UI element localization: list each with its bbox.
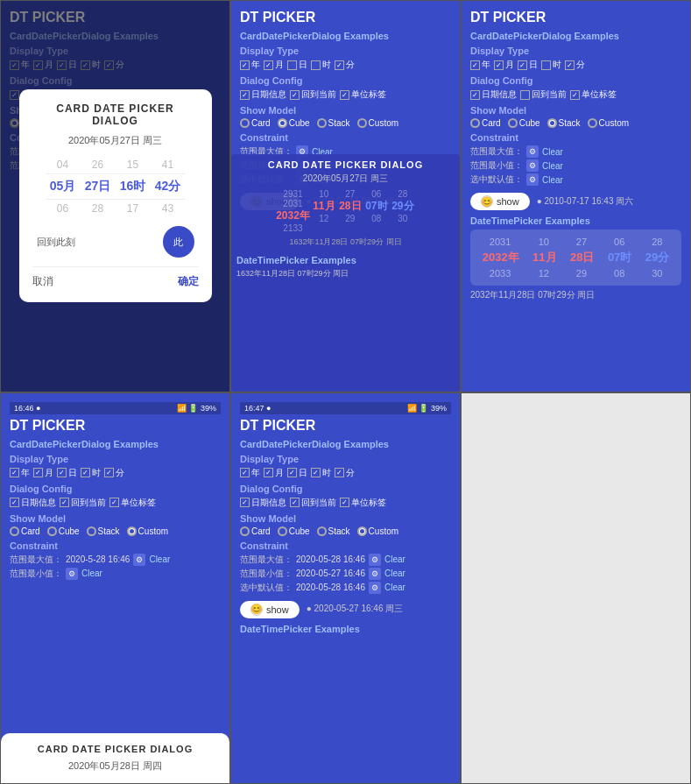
c3-default-gear[interactable]: ⚙ xyxy=(526,173,539,186)
cb3-unitlabel[interactable]: 单位标签 xyxy=(570,88,617,101)
c4-min-gear[interactable]: ⚙ xyxy=(66,568,78,580)
cb4-day[interactable]: 日 xyxy=(57,467,77,479)
c4-max-clear[interactable]: Clear xyxy=(149,554,170,564)
c5-max-clear[interactable]: Clear xyxy=(384,554,405,564)
radio3-cube[interactable]: Cube xyxy=(508,118,540,128)
day-col: 26 27日 28 xyxy=(81,156,116,217)
radio4-cube[interactable]: Cube xyxy=(47,526,80,536)
back-button[interactable]: 此 xyxy=(163,226,194,258)
dt-row-mid: 2032年 11月 28日 07时 29分 xyxy=(476,250,676,265)
c5-default-label: 选中默认值： xyxy=(240,582,293,594)
cb4-month[interactable]: 月 xyxy=(33,467,53,479)
radio5-custom[interactable]: Custom xyxy=(357,526,398,536)
radio5-stack[interactable]: Stack xyxy=(317,526,350,536)
c5-min-gear[interactable]: ⚙ xyxy=(369,568,381,580)
mi-above-c: 28 xyxy=(391,189,415,199)
cb3-month[interactable]: 月 xyxy=(494,59,514,71)
dt-2033: 2033 xyxy=(485,268,516,279)
c3-max-clear[interactable]: Clear xyxy=(542,147,563,157)
cb2-dateinfo[interactable]: 日期信息 xyxy=(240,88,286,101)
cb3-year[interactable]: 年 xyxy=(470,59,490,71)
radio-row-3: Card Cube Stack Custom xyxy=(470,118,681,128)
cb2-day[interactable]: 日 xyxy=(287,59,307,71)
radio-row-2: Card Cube Stack Custom xyxy=(240,118,451,128)
dialog-config-label-3: Dialog Config xyxy=(470,75,681,86)
radio4-stack[interactable]: Stack xyxy=(87,526,120,536)
radio3-stack[interactable]: Stack xyxy=(547,118,581,128)
month-card-col: 10 11月 12 xyxy=(312,189,336,233)
show-button-5[interactable]: 😊show xyxy=(240,601,300,618)
radio3-custom[interactable]: Custom xyxy=(588,118,629,128)
panel-5-title: DT PICKER xyxy=(240,418,451,434)
cb5-month[interactable]: 月 xyxy=(264,467,284,479)
radio-row-4: Card Cube Stack Custom xyxy=(10,526,221,536)
radio4-card[interactable]: Card xyxy=(10,526,40,536)
cb4-goback[interactable]: 回到当前 xyxy=(60,497,106,509)
c5-min-clear[interactable]: Clear xyxy=(384,569,405,578)
panel-1: DT PICKER CardDatePickerDialog Examples … xyxy=(0,0,230,392)
cb3-hour[interactable]: 时 xyxy=(541,59,561,71)
display-row-2: 年 月 日 时 分 xyxy=(240,59,451,71)
dialog-row-4: 日期信息 回到当前 单位标签 xyxy=(10,497,221,509)
dt-11: 11月 xyxy=(532,250,556,265)
show-button-3[interactable]: 😊show xyxy=(470,193,530,210)
bottom-modal-date-4: 2020年05月28日 周四 xyxy=(11,759,219,773)
cancel-button[interactable]: 取消 xyxy=(32,274,53,289)
cb5-dateinfo[interactable]: 日期信息 xyxy=(240,497,286,509)
c5-max-value: 2020-05-28 16:46 xyxy=(296,554,365,564)
year-c-below: 2133 xyxy=(276,223,310,233)
cb2-unitlabel[interactable]: 单位标签 xyxy=(340,88,386,101)
radio2-custom[interactable]: Custom xyxy=(357,118,398,128)
radio2-cube[interactable]: Cube xyxy=(278,118,310,128)
radio4-custom[interactable]: Custom xyxy=(127,526,168,536)
c3-min-clear[interactable]: Clear xyxy=(542,161,563,171)
cb4-year[interactable]: 年 xyxy=(10,467,30,479)
cb5-goback[interactable]: 回到当前 xyxy=(290,497,336,509)
radio2-stack[interactable]: Stack xyxy=(317,118,350,128)
dialog-config-label-5: Dialog Config xyxy=(240,484,451,494)
card-picker-overlay: CARD DATE PICKER DIALOG 2020年05月27日 周三 2… xyxy=(231,154,460,392)
cb3-goback[interactable]: 回到当前 xyxy=(520,88,567,101)
c3-max-gear[interactable]: ⚙ xyxy=(526,145,539,158)
constraint-label-5: Constraint xyxy=(240,540,451,551)
card-picker-title: CARD DATE PICKER DIALOG xyxy=(236,159,455,170)
c4-min-clear[interactable]: Clear xyxy=(81,569,102,578)
c5-default-gear[interactable]: ⚙ xyxy=(369,582,381,594)
cb5-hour[interactable]: 时 xyxy=(311,467,331,479)
c4-max-gear[interactable]: ⚙ xyxy=(133,554,145,566)
radio3-card[interactable]: Card xyxy=(470,118,501,128)
cb4-dateinfo[interactable]: 日期信息 xyxy=(10,497,56,509)
radio2-card[interactable]: Card xyxy=(240,118,271,128)
cb5-min[interactable]: 分 xyxy=(335,467,355,479)
constraint-label-2: Constraint xyxy=(240,132,451,143)
c3-min-gear[interactable]: ⚙ xyxy=(526,159,539,172)
cb3-min[interactable]: 分 xyxy=(565,59,585,71)
cb2-year[interactable]: 年 xyxy=(240,59,260,71)
cb2-hour[interactable]: 时 xyxy=(311,59,331,71)
radio5-card[interactable]: Card xyxy=(240,526,271,536)
c5-max-label: 范围最大值： xyxy=(240,554,293,566)
show-row-3: 😊show ● 2010-07-17 16:43 周六 xyxy=(470,189,681,210)
c3-max: 范围最大值： ⚙ Clear xyxy=(470,145,681,158)
cb4-min[interactable]: 分 xyxy=(104,467,124,479)
cb3-day[interactable]: 日 xyxy=(518,59,538,71)
panel-2-section: CardDatePickerDialog Examples xyxy=(240,31,451,41)
month-below: 06 xyxy=(46,200,81,217)
c3-default-clear[interactable]: Clear xyxy=(542,175,563,185)
c5-max-gear[interactable]: ⚙ xyxy=(369,554,381,566)
cb5-day[interactable]: 日 xyxy=(287,467,307,479)
confirm-button[interactable]: 确定 xyxy=(178,274,199,289)
cb3-dateinfo[interactable]: 日期信息 xyxy=(470,88,517,101)
cb2-goback[interactable]: 回到当前 xyxy=(290,88,336,101)
date-result-3: ● 2010-07-17 16:43 周六 xyxy=(537,195,634,208)
cb2-month[interactable]: 月 xyxy=(264,59,284,71)
cb5-unitlabel[interactable]: 单位标签 xyxy=(340,497,386,509)
show-model-label-2: Show Model xyxy=(240,105,451,116)
cb5-year[interactable]: 年 xyxy=(240,467,260,479)
cb4-hour[interactable]: 时 xyxy=(81,467,101,479)
date-result-5: ● 2020-05-27 16:46 周三 xyxy=(307,603,404,615)
c5-default-clear[interactable]: Clear xyxy=(384,583,405,592)
cb2-min[interactable]: 分 xyxy=(335,59,355,71)
radio5-cube[interactable]: Cube xyxy=(278,526,310,536)
cb4-unitlabel[interactable]: 单位标签 xyxy=(109,497,156,509)
